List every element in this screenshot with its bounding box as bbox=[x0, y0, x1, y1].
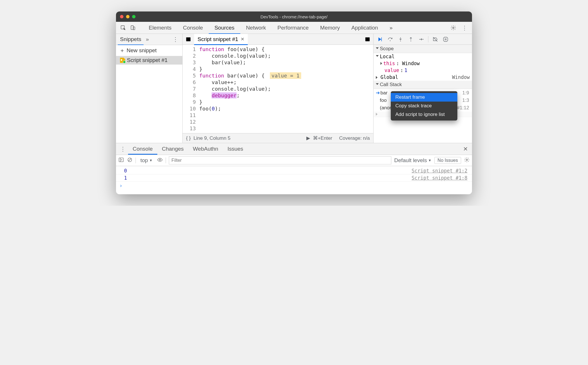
console-log-row[interactable]: 0 Script snippet #1:2 bbox=[116, 167, 472, 174]
resume-icon[interactable] bbox=[375, 35, 384, 44]
svg-point-8 bbox=[411, 40, 411, 41]
editor-area: Script snippet #1 ✕ 1 2 3 4 5 6 7 8 bbox=[183, 34, 373, 143]
svg-point-6 bbox=[390, 40, 391, 41]
svg-rect-10 bbox=[445, 38, 446, 40]
live-expression-icon[interactable] bbox=[157, 157, 163, 164]
console-settings-gear-icon[interactable] bbox=[464, 157, 470, 164]
window-title: DevTools - chrome://new-tab-page/ bbox=[116, 14, 472, 19]
sources-sidebar: Snippets » ⋮ ＋ New snippet Script snippe… bbox=[116, 34, 183, 143]
main-toolbar: Elements Console Sources Network Perform… bbox=[116, 22, 472, 34]
console-sidebar-toggle-icon[interactable] bbox=[118, 157, 124, 164]
cursor-position: Line 9, Column 5 bbox=[194, 135, 231, 141]
scope-section-header[interactable]: Scope bbox=[374, 45, 472, 53]
svg-point-3 bbox=[453, 27, 454, 28]
pause-on-exceptions-icon[interactable] bbox=[441, 35, 450, 44]
scope-this[interactable]: this: Window bbox=[374, 60, 472, 67]
callstack-section-header[interactable]: Call Stack bbox=[374, 81, 472, 89]
clear-console-icon[interactable] bbox=[127, 157, 133, 164]
code-content[interactable]: function foo(value) { console.log(value)… bbox=[198, 45, 373, 133]
console-log-row[interactable]: 1 Script snippet #1:8 bbox=[116, 174, 472, 182]
drawer-tab-changes[interactable]: Changes bbox=[157, 143, 188, 155]
editor-file-tab[interactable]: Script snippet #1 ✕ bbox=[194, 34, 248, 45]
sidebar-tab-snippets[interactable]: Snippets bbox=[118, 34, 144, 45]
console-prompt-icon[interactable]: › bbox=[116, 182, 472, 190]
device-toolbar-icon[interactable] bbox=[128, 23, 138, 33]
titlebar: DevTools - chrome://new-tab-page/ bbox=[116, 11, 472, 22]
inline-value-hint: value = 1 bbox=[270, 72, 301, 79]
step-over-icon[interactable] bbox=[386, 35, 395, 44]
code-editor[interactable]: 1 2 3 4 5 6 7 8 9 10 11 12 13 function f… bbox=[183, 45, 373, 133]
drawer-more-icon[interactable]: ⋮ bbox=[118, 145, 128, 152]
drawer-tab-webauthn[interactable]: WebAuthn bbox=[188, 143, 223, 155]
tab-console[interactable]: Console bbox=[177, 22, 209, 34]
drawer-tab-console[interactable]: Console bbox=[128, 143, 157, 155]
svg-point-15 bbox=[466, 159, 468, 160]
line-gutter: 1 2 3 4 5 6 7 8 9 10 11 12 13 bbox=[183, 45, 198, 133]
step-into-icon[interactable] bbox=[396, 35, 405, 44]
tab-performance[interactable]: Performance bbox=[272, 22, 314, 34]
tab-network[interactable]: Network bbox=[240, 22, 272, 34]
stack-context-menu: Restart frame Copy stack trace Add scrip… bbox=[391, 91, 457, 121]
new-snippet-label: New snippet bbox=[127, 47, 157, 54]
snippet-item-label: Script snippet #1 bbox=[127, 57, 168, 63]
console-source-link[interactable]: Script snippet #1:2 bbox=[412, 168, 467, 174]
scope-global[interactable]: Global Window bbox=[374, 74, 472, 81]
svg-point-7 bbox=[400, 40, 401, 41]
toggle-navigator-icon[interactable] bbox=[184, 35, 193, 44]
step-out-icon[interactable] bbox=[406, 35, 415, 44]
console-filter-input[interactable] bbox=[169, 156, 391, 164]
scope-local[interactable]: Local bbox=[374, 53, 472, 60]
close-tab-icon[interactable]: ✕ bbox=[241, 36, 244, 42]
sidebar-more-icon[interactable]: ⋮ bbox=[170, 36, 181, 43]
snippet-list-item[interactable]: Script snippet #1 bbox=[116, 56, 182, 65]
console-toolbar: top▼ Default levels▼ No Issues bbox=[116, 155, 472, 166]
devtools-window: DevTools - chrome://new-tab-page/ Elemen… bbox=[116, 11, 472, 194]
svg-point-14 bbox=[159, 159, 161, 160]
window-close-button[interactable] bbox=[120, 15, 123, 18]
new-snippet-button[interactable]: ＋ New snippet bbox=[116, 45, 182, 56]
ctx-restart-frame[interactable]: Restart frame bbox=[391, 93, 457, 102]
more-menu-icon[interactable]: ⋮ bbox=[459, 24, 470, 31]
deactivate-breakpoints-icon[interactable] bbox=[431, 35, 440, 44]
settings-gear-icon[interactable] bbox=[448, 23, 458, 33]
editor-tab-title: Script snippet #1 bbox=[198, 36, 238, 42]
drawer-close-icon[interactable]: ✕ bbox=[461, 145, 470, 152]
debugger-panel: Scope Local this: Window value: 1 Global… bbox=[373, 34, 472, 143]
sidebar-tabs-overflow-icon[interactable]: » bbox=[146, 36, 149, 42]
tab-memory[interactable]: Memory bbox=[314, 22, 346, 34]
window-maximize-button[interactable] bbox=[132, 15, 136, 18]
run-snippet-icon[interactable]: ▶ bbox=[306, 135, 310, 141]
tabs-overflow-icon[interactable]: » bbox=[384, 22, 399, 34]
console-levels-selector[interactable]: Default levels▼ bbox=[394, 157, 432, 164]
plus-icon: ＋ bbox=[119, 47, 125, 54]
format-code-icon[interactable]: { } bbox=[186, 135, 191, 141]
ctx-add-ignore-list[interactable]: Add script to ignore list bbox=[391, 110, 457, 119]
tab-elements[interactable]: Elements bbox=[143, 22, 177, 34]
svg-rect-11 bbox=[446, 38, 446, 40]
no-issues-button[interactable]: No Issues bbox=[434, 157, 461, 164]
editor-statusbar: { } Line 9, Column 5 ▶ ⌘+Enter Coverage:… bbox=[183, 133, 373, 143]
window-minimize-button[interactable] bbox=[126, 15, 129, 18]
console-source-link[interactable]: Script snippet #1:8 bbox=[412, 175, 467, 181]
snippet-file-icon bbox=[120, 58, 125, 63]
inspect-element-icon[interactable] bbox=[118, 23, 128, 33]
console-output: 0 Script snippet #1:2 1 Script snippet #… bbox=[116, 166, 472, 194]
console-context-selector[interactable]: top▼ bbox=[139, 157, 154, 164]
coverage-label: Coverage: n/a bbox=[339, 135, 370, 141]
tab-application[interactable]: Application bbox=[346, 22, 384, 34]
scope-value[interactable]: value: 1 bbox=[374, 67, 472, 74]
debug-toolbar bbox=[374, 34, 472, 45]
run-shortcut-label: ⌘+Enter bbox=[313, 135, 332, 141]
drawer: ⋮ Console Changes WebAuthn Issues ✕ top▼… bbox=[116, 143, 472, 194]
ctx-copy-stack-trace[interactable]: Copy stack trace bbox=[391, 102, 457, 110]
toggle-debugger-icon[interactable] bbox=[363, 35, 372, 44]
svg-rect-12 bbox=[119, 158, 123, 162]
svg-point-9 bbox=[423, 39, 423, 40]
step-icon[interactable] bbox=[417, 35, 426, 44]
tab-sources[interactable]: Sources bbox=[209, 22, 240, 34]
drawer-tab-issues[interactable]: Issues bbox=[223, 143, 248, 155]
